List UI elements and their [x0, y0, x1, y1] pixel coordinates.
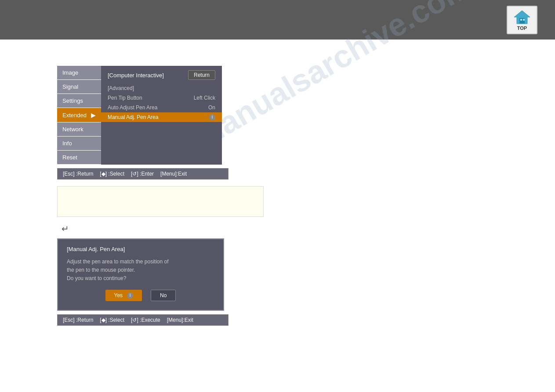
dialog-container: [Manual Adj. Pen Area] Adjust the pen ar…	[57, 238, 224, 311]
sidebar: Image Signal Settings Extended ▶ Network…	[57, 66, 101, 165]
dialog-text-line3: Do you want to continue?	[67, 275, 126, 281]
dialog-title: [Manual Adj. Pen Area]	[67, 246, 214, 252]
status-select: [◆] :Select	[100, 171, 124, 177]
dialog-text: Adjust the pen area to match the positio…	[67, 258, 214, 283]
status-menu-exit: [Menu]:Exit	[160, 171, 187, 177]
sidebar-label-signal: Signal	[62, 83, 78, 90]
main-panel: [Computer Interactive] Return [Advanced]…	[101, 66, 222, 165]
svg-rect-2	[520, 19, 522, 21]
status2-execute: [↺] :Execute	[131, 317, 160, 323]
sidebar-item-info[interactable]: Info	[57, 137, 101, 150]
sidebar-label-image: Image	[62, 69, 78, 76]
yes-label: Yes	[114, 292, 123, 298]
status2-select: [◆] :Select	[100, 317, 124, 323]
main-content: Image Signal Settings Extended ▶ Network…	[0, 40, 555, 326]
panel-title: [Computer Interactive]	[108, 72, 164, 79]
dialog-text-line1: Adjust the pen area to match the positio…	[67, 259, 168, 265]
auto-adjust-label: Auto Adjust Pen Area	[108, 104, 208, 111]
panel-row-pen-tip: Pen Tip Button Left Click	[101, 93, 222, 103]
yes-button[interactable]: Yes i	[105, 290, 142, 301]
status2-esc-return: [Esc] :Return	[63, 317, 93, 323]
manual-adj-info-icon: i	[209, 114, 215, 120]
status-esc-return: [Esc] :Return	[63, 171, 93, 177]
sidebar-label-extended: Extended	[62, 112, 87, 119]
house-icon	[513, 9, 531, 25]
top-label: TOP	[517, 25, 527, 31]
sidebar-item-network[interactable]: Network	[57, 122, 101, 136]
sidebar-item-settings[interactable]: Settings	[57, 94, 101, 108]
status2-menu-exit: [Menu]:Exit	[167, 317, 193, 323]
no-button[interactable]: No	[151, 290, 176, 301]
pen-tip-value: Left Click	[194, 95, 215, 101]
status-bar-1: [Esc] :Return [◆] :Select [↺] :Enter [Me…	[57, 168, 229, 180]
extended-arrow-icon: ▶	[91, 111, 96, 119]
sidebar-item-extended[interactable]: Extended ▶	[57, 108, 101, 122]
panel-row-auto-adjust: Auto Adjust Pen Area On	[101, 103, 222, 112]
status-bar-2: [Esc] :Return [◆] :Select [↺] :Execute […	[57, 314, 229, 326]
manual-adj-label: Manual Adj. Pen Area	[108, 114, 207, 120]
info-box	[57, 186, 264, 217]
panel-section-label: [Advanced]	[101, 83, 222, 93]
pen-tip-label: Pen Tip Button	[108, 95, 194, 101]
menu-container: Image Signal Settings Extended ▶ Network…	[57, 66, 555, 165]
sidebar-label-reset: Reset	[62, 154, 77, 161]
sidebar-label-settings: Settings	[62, 97, 83, 104]
auto-adjust-value: On	[208, 104, 215, 111]
yes-info-icon: i	[127, 292, 133, 298]
svg-rect-1	[519, 18, 525, 24]
header: TOP	[0, 0, 555, 40]
sidebar-item-reset[interactable]: Reset	[57, 151, 101, 164]
sidebar-label-network: Network	[62, 126, 83, 133]
status-enter: [↺] :Enter	[131, 171, 154, 177]
dialog-buttons: Yes i No	[67, 290, 214, 301]
return-button[interactable]: Return	[188, 70, 215, 80]
sidebar-item-image[interactable]: Image	[57, 66, 101, 79]
svg-rect-3	[523, 19, 525, 21]
enter-arrow: ↵	[57, 223, 555, 234]
sidebar-label-info: Info	[62, 140, 72, 147]
dialog-text-line2: the pen to the mouse pointer.	[67, 267, 135, 273]
panel-row-manual-adj[interactable]: Manual Adj. Pen Area i	[101, 112, 222, 122]
panel-header: [Computer Interactive] Return	[101, 66, 222, 83]
sidebar-item-signal[interactable]: Signal	[57, 80, 101, 94]
top-button[interactable]: TOP	[507, 6, 537, 34]
